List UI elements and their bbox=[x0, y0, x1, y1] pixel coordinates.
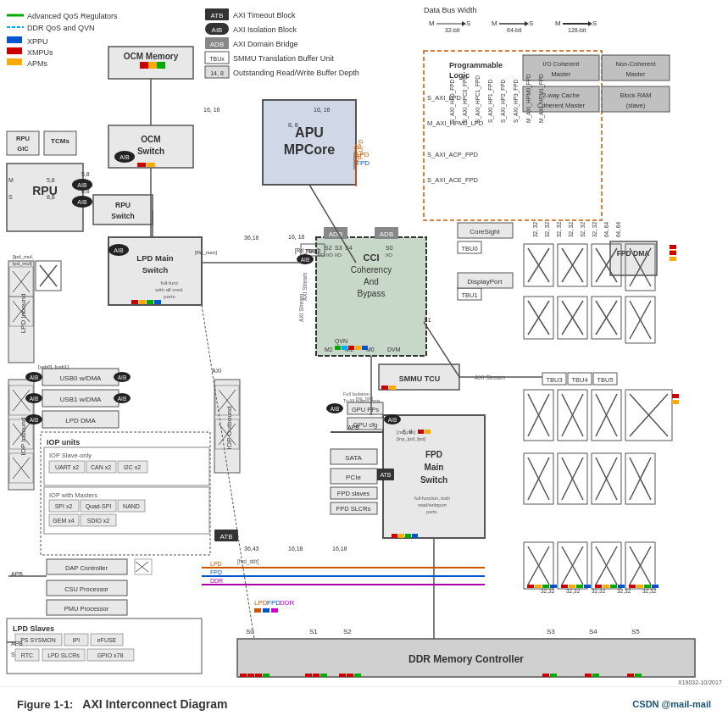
svg-text:Switch: Switch bbox=[142, 265, 169, 275]
svg-rect-308 bbox=[263, 674, 270, 677]
svg-rect-111 bbox=[342, 346, 347, 350]
svg-rect-48 bbox=[147, 163, 155, 167]
svg-text:M: M bbox=[8, 177, 14, 183]
svg-text:ATB: ATB bbox=[211, 12, 224, 19]
svg-rect-409 bbox=[595, 585, 602, 588]
svg-text:GEM x4: GEM x4 bbox=[53, 518, 74, 524]
svg-rect-314 bbox=[339, 674, 346, 677]
svg-text:AXI Isolation Block: AXI Isolation Block bbox=[233, 25, 297, 34]
apu-mpcore-block: APU MPCore LPD FPD bbox=[263, 100, 370, 185]
svg-text:TBUx: TBUx bbox=[209, 56, 225, 62]
svg-text:RPU: RPU bbox=[115, 201, 131, 209]
svg-text:LPD SLCRs: LPD SLCRs bbox=[47, 652, 80, 658]
svg-text:S1: S1 bbox=[309, 628, 318, 635]
svg-text:128-bit: 128-bit bbox=[568, 27, 586, 33]
svg-rect-310 bbox=[305, 674, 312, 677]
svg-rect-307 bbox=[255, 674, 262, 677]
svg-rect-412 bbox=[618, 585, 625, 588]
svg-text:Programmable: Programmable bbox=[449, 61, 503, 69]
svg-text:DDR: DDR bbox=[280, 599, 295, 607]
svg-rect-119 bbox=[389, 385, 396, 390]
main-container: Advanced QoS Regulators DDR QoS and QVN … bbox=[0, 0, 728, 721]
svg-rect-181 bbox=[425, 430, 431, 434]
svg-text:TBU1: TBU1 bbox=[461, 291, 477, 299]
legend-xmpus: XMPUs bbox=[27, 48, 53, 57]
svg-text:FPD slaves: FPD slaves bbox=[337, 490, 370, 497]
svg-rect-432 bbox=[672, 394, 679, 398]
svg-rect-321 bbox=[585, 674, 592, 677]
svg-text:lpd_mul]: lpd_mul] bbox=[13, 261, 32, 266]
svg-rect-306 bbox=[247, 674, 254, 677]
svg-rect-316 bbox=[354, 674, 361, 677]
diagram-area: Advanced QoS Regulators DDR QoS and QVN … bbox=[0, 0, 728, 686]
svg-rect-3 bbox=[7, 36, 22, 43]
svg-text:OCM: OCM bbox=[141, 135, 160, 144]
svg-rect-447 bbox=[670, 257, 676, 261]
svg-text:AXI Stream: AXI Stream bbox=[298, 294, 304, 322]
svg-text:AIB: AIB bbox=[331, 406, 339, 412]
diagram-svg: Advanced QoS Regulators DDR QoS and QVN … bbox=[0, 0, 728, 686]
svg-text:Data Bus Width: Data Bus Width bbox=[424, 6, 477, 14]
svg-text:Switch: Switch bbox=[420, 475, 447, 485]
csu-processor-block: CSU Processor bbox=[47, 580, 127, 596]
svg-text:read/writeport: read/writeport bbox=[418, 502, 447, 507]
svg-text:AXI: AXI bbox=[212, 368, 221, 374]
svg-text:AIB: AIB bbox=[77, 199, 87, 205]
fpd-main-switch-block: FPD Main Switch full-function, both read… bbox=[383, 414, 485, 538]
svg-text:S: S bbox=[466, 19, 470, 27]
svg-text:USB1 w/DMA: USB1 w/DMA bbox=[60, 396, 103, 403]
svg-text:S_AXI_HP3_FPD: S_AXI_HP3_FPD bbox=[513, 79, 520, 123]
svg-text:36,43: 36,43 bbox=[244, 546, 259, 552]
svg-text:[Rd_num]: [Rd_num] bbox=[295, 247, 319, 254]
ocm-switch-block: OCM Switch AIB bbox=[108, 125, 193, 168]
svg-text:AXI Timeout Block: AXI Timeout Block bbox=[233, 11, 296, 19]
adb-block-2: ADB bbox=[375, 227, 398, 239]
coresight-block: CoreSight bbox=[458, 223, 513, 238]
svg-text:Outstanding Read/Write Buffer : Outstanding Read/Write Buffer Depth bbox=[233, 69, 359, 77]
svg-text:S: S bbox=[592, 19, 597, 27]
figure-title: AXI Interconnect Diagram bbox=[82, 697, 227, 711]
svg-text:Non-Coherent: Non-Coherent bbox=[615, 60, 656, 68]
svg-text:IPI: IPI bbox=[73, 637, 81, 643]
pmu-processor-block: PMU Processor bbox=[47, 600, 127, 615]
legend-apms: APMs bbox=[27, 59, 48, 68]
svg-text:32, 32: 32, 32 bbox=[580, 222, 586, 237]
svg-text:S: S bbox=[529, 19, 533, 27]
svg-text:8, 8: 8, 8 bbox=[403, 429, 413, 435]
svg-text:LPD Slaves: LPD Slaves bbox=[13, 624, 54, 633]
svg-text:16, 16: 16, 16 bbox=[203, 107, 220, 113]
svg-text:IOP units: IOP units bbox=[47, 438, 80, 446]
svg-text:APB: APB bbox=[347, 424, 359, 430]
svg-text:M: M bbox=[555, 19, 561, 27]
svg-text:16, 16: 16, 16 bbox=[288, 234, 305, 240]
svg-text:8,8: 8,8 bbox=[81, 188, 90, 194]
svg-text:full-func: full-func bbox=[160, 280, 178, 286]
svg-text:32, 32: 32, 32 bbox=[556, 222, 562, 237]
svg-text:AIB: AIB bbox=[30, 374, 38, 380]
svg-rect-114 bbox=[362, 346, 368, 350]
svg-text:eFUSE: eFUSE bbox=[97, 637, 117, 643]
svg-text:To All output ports.: To All output ports. bbox=[343, 398, 382, 403]
svg-text:36,16: 36,16 bbox=[244, 235, 259, 241]
iop-outbound-block: IOP Outbound bbox=[214, 380, 240, 473]
svg-rect-180 bbox=[418, 430, 424, 434]
svg-text:S2: S2 bbox=[325, 245, 332, 251]
svg-text:5,8: 5,8 bbox=[81, 171, 90, 177]
svg-text:ATB: ATB bbox=[220, 533, 233, 541]
svg-text:M: M bbox=[492, 19, 497, 27]
svg-text:TBU4: TBU4 bbox=[571, 376, 587, 384]
svg-text:LPD DMA: LPD DMA bbox=[65, 417, 96, 424]
svg-text:Switch: Switch bbox=[137, 147, 164, 156]
svg-text:GPIO x78: GPIO x78 bbox=[97, 652, 124, 658]
svg-text:64-bit: 64-bit bbox=[507, 27, 522, 33]
svg-text:PLUPD: PLUPD bbox=[353, 146, 359, 165]
svg-rect-76 bbox=[131, 300, 138, 304]
svg-text:S_AXI_HP2_FPD: S_AXI_HP2_FPD bbox=[500, 79, 507, 123]
svg-text:FPD: FPD bbox=[425, 450, 442, 459]
svg-text:GIC: GIC bbox=[17, 145, 29, 153]
svg-text:M2: M2 bbox=[325, 347, 333, 352]
svg-text:TBU3: TBU3 bbox=[546, 376, 562, 384]
svg-text:64, 64: 64, 64 bbox=[615, 222, 621, 237]
svg-rect-112 bbox=[348, 346, 354, 350]
svg-text:RPU: RPU bbox=[16, 135, 30, 142]
